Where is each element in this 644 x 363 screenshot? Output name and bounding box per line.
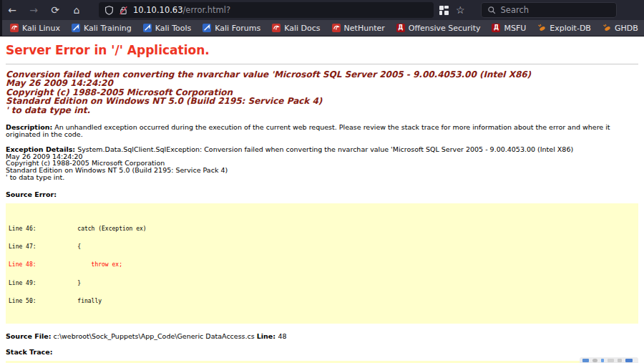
- url-bar[interactable]: 10.10.10.63/error.html?: [99, 2, 434, 18]
- bookmark-kali-forums[interactable]: Kali Forums: [198, 22, 265, 34]
- bookmark-exploit-db[interactable]: Exploit-DB: [533, 22, 595, 34]
- code-line-highlighted: Line 48: throw ex;: [9, 262, 635, 268]
- msfu-icon: Д: [492, 24, 500, 32]
- exploit-db-wasp-icon: [537, 24, 546, 32]
- bookmark-kali-training[interactable]: Kali Training: [67, 22, 136, 34]
- source-file-line: Source File: c:\webroot\Sock_Puppets\App…: [6, 333, 638, 340]
- reload-button[interactable]: ⟳: [46, 2, 64, 18]
- bookmark-ghdb[interactable]: GHDB: [598, 22, 643, 34]
- url-text[interactable]: 10.10.10.63/error.html?: [133, 5, 230, 15]
- line-number-label: Line:: [257, 332, 278, 340]
- bookmark-msfu[interactable]: Д MSFU: [487, 22, 530, 34]
- search-placeholder: Search: [501, 5, 530, 15]
- kali-training-icon: [72, 24, 80, 32]
- kali-forums-icon: [203, 24, 211, 32]
- cutoff-icon: [582, 359, 589, 362]
- cutoff-taskbar-icons: [580, 357, 638, 363]
- kali-tools-icon: [143, 24, 152, 32]
- bookmark-kali-linux[interactable]: Kali Linux: [6, 22, 64, 34]
- bookmark-nethunter[interactable]: NetHunter: [328, 22, 389, 34]
- exception-details: Exception Details: System.Data.SqlClient…: [6, 146, 638, 180]
- cutoff-icon: [592, 359, 597, 362]
- browser-window: ← → ⟳ ⌂ 10.10.10.63/error.html? ☆ Searc: [0, 0, 644, 363]
- insecure-lock-icon[interactable]: [119, 6, 128, 15]
- bookmark-kali-tools[interactable]: Kali Tools: [139, 22, 195, 34]
- bookmarks-toolbar: Kali Linux Kali Training Kali Tools Kali…: [0, 20, 644, 37]
- search-input[interactable]: Search: [481, 2, 617, 18]
- bookmark-kali-docs[interactable]: Kali Docs: [268, 22, 324, 34]
- offensive-security-icon: Д: [396, 24, 405, 32]
- divider: [6, 64, 638, 64]
- bookmark-offensive-security[interactable]: Д Offensive Security: [392, 22, 485, 34]
- search-icon: [487, 6, 496, 14]
- url-path: /error.html?: [183, 5, 231, 15]
- url-host: 10.10.10.63: [133, 5, 183, 15]
- cutoff-icon: [625, 359, 633, 362]
- stack-trace-label: Stack Trace:: [6, 348, 638, 356]
- kali-linux-icon: [10, 24, 19, 32]
- cutoff-icon: [618, 359, 622, 362]
- cutoff-icon: [601, 359, 604, 362]
- code-line: Line 50: finally: [9, 299, 635, 304]
- home-button[interactable]: ⌂: [67, 2, 86, 18]
- forward-button[interactable]: →: [24, 2, 43, 18]
- code-line: Line 47: {: [9, 244, 635, 250]
- source-file-label: Source File:: [6, 332, 51, 340]
- bookmark-star-icon[interactable]: ☆: [456, 5, 465, 15]
- code-line: Line 46: catch (Exception ex): [9, 226, 635, 232]
- code-line: Line 49: }: [9, 281, 635, 286]
- containers-icon[interactable]: [439, 6, 449, 15]
- nethunter-icon: [332, 24, 341, 32]
- cutoff-icon: [608, 359, 614, 362]
- window-edge: [0, 0, 2, 37]
- page-title: Server Error in '/' Application.: [6, 43, 638, 57]
- source-error-code: Line 46: catch (Exception ex) Line 47: {…: [6, 203, 638, 324]
- description-paragraph: Description: An unhandled exception occu…: [6, 124, 638, 137]
- back-button[interactable]: ←: [3, 2, 21, 18]
- browser-toolbar: ← → ⟳ ⌂ 10.10.10.63/error.html? ☆ Searc: [0, 0, 644, 20]
- ghdb-wasp-icon: [602, 24, 611, 32]
- tracking-shield-icon[interactable]: [104, 6, 114, 15]
- kali-docs-icon: [272, 24, 280, 32]
- source-error-label: Source Error:: [6, 190, 638, 198]
- error-page: Server Error in '/' Application. Convers…: [0, 37, 644, 363]
- exception-message: Conversion failed when converting the nv…: [6, 70, 638, 115]
